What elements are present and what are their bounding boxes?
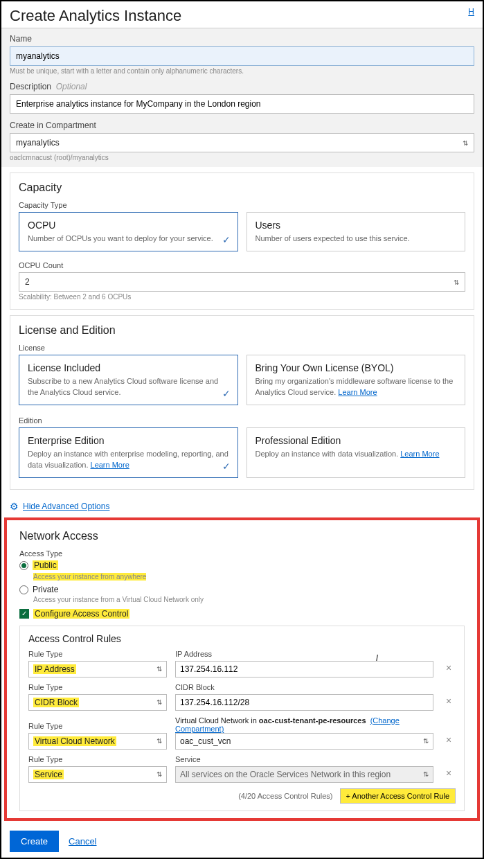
help-link[interactable]: H bbox=[468, 7, 474, 17]
compartment-label: Create in Compartment bbox=[10, 121, 474, 130]
rule-type-label: Rule Type bbox=[28, 722, 167, 730]
description-label: Description Optional bbox=[10, 82, 474, 91]
updown-icon: ⇅ bbox=[454, 278, 459, 286]
rule-type-select[interactable]: Service⇅ bbox=[28, 766, 167, 783]
enterprise-edition-option[interactable]: Enterprise Edition Deploy an instance wi… bbox=[19, 427, 238, 478]
capacity-type-label: Capacity Type bbox=[19, 201, 465, 209]
rule-type-select[interactable]: CIDR Block⇅ bbox=[28, 694, 167, 711]
service-label: Service bbox=[175, 755, 433, 763]
network-title: Network Access bbox=[19, 530, 465, 542]
checkbox-checked-icon: ✓ bbox=[19, 609, 29, 619]
rule-type-label: Rule Type bbox=[28, 755, 167, 763]
radio-checked-icon bbox=[19, 561, 28, 570]
rule-type-label: Rule Type bbox=[28, 683, 167, 691]
ocpu-count-hint: Scalability: Between 2 and 6 OCPUs bbox=[19, 293, 465, 301]
rule-type-select[interactable]: Virtual Cloud Network⇅ bbox=[28, 733, 167, 750]
delete-rule-button[interactable]: × bbox=[442, 768, 456, 783]
private-radio[interactable]: Private bbox=[19, 585, 465, 594]
description-input[interactable] bbox=[10, 94, 474, 114]
ip-input[interactable] bbox=[175, 661, 433, 677]
name-input[interactable] bbox=[10, 46, 474, 66]
cidr-label: CIDR Block bbox=[175, 683, 433, 691]
delete-rule-button[interactable]: × bbox=[442, 696, 456, 711]
acr-title: Access Control Rules bbox=[28, 633, 456, 644]
ocpu-count-label: OCPU Count bbox=[19, 261, 465, 269]
cancel-button[interactable]: Cancel bbox=[69, 836, 96, 847]
updown-icon: ⇅ bbox=[423, 770, 429, 778]
license-byol-option[interactable]: Bring Your Own License (BYOL) Bring my o… bbox=[247, 355, 466, 405]
compartment-select[interactable]: myanalytics⇅ bbox=[10, 133, 474, 152]
name-label: Name bbox=[10, 34, 474, 44]
vcn-label: Virtual Cloud Network in oac-cust-tenant… bbox=[175, 716, 433, 733]
compartment-path: oaclcmnacust (root)/myanalytics bbox=[10, 154, 474, 161]
rule-type-select[interactable]: IP Address⇅ bbox=[28, 661, 167, 677]
name-hint: Must be unique, start with a letter and … bbox=[10, 67, 474, 75]
radio-icon bbox=[19, 585, 28, 594]
text-cursor-icon: I bbox=[376, 653, 378, 663]
check-icon: ✓ bbox=[222, 388, 231, 399]
users-option[interactable]: Users Number of users expected to use th… bbox=[247, 212, 466, 251]
ocpu-option[interactable]: OCPU Number of OCPUs you want to deploy … bbox=[19, 212, 238, 251]
learn-more-link[interactable]: Learn More bbox=[91, 461, 129, 469]
capacity-title: Capacity bbox=[19, 181, 465, 194]
ocpu-count-select[interactable]: 2⇅ bbox=[19, 272, 465, 292]
highlight-box: Network Access Access Type Public Access… bbox=[4, 517, 480, 821]
learn-more-link[interactable]: Learn More bbox=[338, 388, 377, 396]
ip-label: IP Address bbox=[175, 650, 433, 658]
professional-edition-option[interactable]: Professional Edition Deploy an instance … bbox=[247, 427, 466, 478]
license-title: License and Edition bbox=[19, 324, 465, 337]
updown-icon: ⇅ bbox=[423, 737, 429, 745]
page-title: Create Analytics Instance bbox=[10, 7, 181, 25]
hide-advanced-link[interactable]: Hide Advanced Options bbox=[23, 502, 109, 511]
license-panel: License and Edition License License Incl… bbox=[10, 315, 474, 490]
create-button[interactable]: Create bbox=[10, 831, 59, 852]
rule-type-label: Rule Type bbox=[28, 650, 167, 658]
access-type-label: Access Type bbox=[19, 549, 465, 558]
public-radio[interactable]: Public bbox=[19, 560, 465, 570]
vcn-select[interactable]: oac_cust_vcn⇅ bbox=[175, 733, 433, 750]
acr-count: (4/20 Access Control Rules) bbox=[238, 792, 332, 800]
service-select[interactable]: All services on the Oracle Services Netw… bbox=[175, 766, 433, 783]
capacity-panel: Capacity Capacity Type OCPU Number of OC… bbox=[10, 172, 474, 310]
edition-label: Edition bbox=[19, 416, 465, 425]
license-included-option[interactable]: License Included Subscribe to a new Anal… bbox=[19, 355, 238, 405]
check-icon: ✓ bbox=[222, 234, 231, 245]
delete-rule-button[interactable]: × bbox=[442, 734, 456, 750]
updown-icon: ⇅ bbox=[156, 698, 162, 706]
updown-icon: ⇅ bbox=[463, 139, 468, 147]
updown-icon: ⇅ bbox=[156, 737, 162, 745]
settings-icon: ⚙ bbox=[10, 501, 19, 512]
add-rule-button[interactable]: + Another Access Control Rule bbox=[340, 788, 456, 804]
updown-icon: ⇅ bbox=[156, 770, 162, 778]
cidr-input[interactable] bbox=[175, 694, 433, 711]
public-hint: Access your instance from anywhere bbox=[33, 573, 146, 581]
learn-more-link[interactable]: Learn More bbox=[400, 450, 439, 458]
check-icon: ✓ bbox=[222, 461, 231, 472]
private-hint: Access your instance from a Virtual Clou… bbox=[33, 596, 465, 603]
license-label: License bbox=[19, 344, 465, 352]
configure-access-checkbox[interactable]: ✓ Configure Access Control bbox=[19, 609, 465, 619]
updown-icon: ⇅ bbox=[156, 665, 162, 673]
delete-rule-button[interactable]: × bbox=[442, 662, 456, 677]
